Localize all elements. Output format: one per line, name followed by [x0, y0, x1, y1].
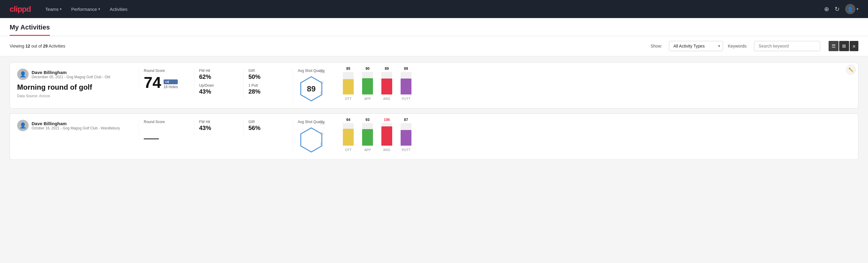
app-logo[interactable]: clippd — [10, 4, 31, 14]
stats-section: FW Hit 62% Up/Down 43% — [194, 68, 236, 98]
shot-quality-section: Avg Shot Quality 89 100 50 0 — [292, 68, 851, 102]
round-score-section: Round Score 74 +4 18 Holes — [138, 68, 187, 90]
search-input[interactable] — [754, 41, 820, 51]
bar2-ott-container — [343, 123, 354, 146]
fw-hit-label: FW Hit — [199, 68, 236, 73]
bar-arg-label: ARG — [383, 97, 391, 100]
gir-stat-2: GIR 56% — [248, 120, 285, 132]
bar-arg: 89 ARG — [381, 66, 392, 100]
bar-ott-fill — [343, 79, 354, 94]
activity-card-2: 👤 Dave Billingham October 16, 2021 - Gog… — [10, 113, 858, 160]
bar-putt-container — [401, 72, 411, 94]
fw-hit-label-2: FW Hit — [199, 120, 236, 124]
updown-stat: Up/Down 43% — [199, 83, 236, 95]
bar-putt: 89 PUTT — [401, 66, 411, 100]
main-content: 👤 Dave Billingham December 05, 2021 - Go… — [0, 56, 868, 171]
score-value: 74 — [144, 75, 161, 90]
y-axis: 100 50 0 — [320, 70, 325, 94]
bar-app-fill — [362, 78, 373, 94]
bar-ott-container — [343, 72, 354, 94]
gir-value: 50% — [248, 74, 285, 80]
fw-hit-stat-2: FW Hit 43% — [199, 120, 236, 132]
bar2-putt-label: PUTT — [402, 148, 410, 152]
bar-chart-wrapper-2: 100 50 0 94 OTT 93 — [331, 122, 411, 152]
round-score-label: Round Score — [144, 68, 187, 73]
bar-app-container — [362, 72, 373, 94]
page-title: My Activities — [10, 18, 50, 36]
user-date: December 05, 2021 - Gog Magog Golf Club … — [32, 75, 110, 79]
page-header: My Activities — [0, 18, 868, 36]
bar-putt-value: 89 — [404, 66, 408, 71]
bar-ott: 85 OTT — [343, 66, 354, 100]
bar-app-label: APP — [364, 97, 371, 100]
gir-stat: GIR 50% — [248, 68, 285, 80]
card-info-2: 👤 Dave Billingham October 16, 2021 - Gog… — [17, 120, 131, 134]
bar2-arg-label: ARG — [383, 148, 391, 152]
nav-performance[interactable]: Performance ▾ — [71, 4, 100, 14]
bar-putt-label: PUTT — [402, 97, 410, 100]
bar2-putt-value: 87 — [404, 118, 408, 122]
user-info-2: Dave Billingham October 16, 2021 - Gog M… — [32, 121, 120, 130]
oneputt-label: 1 Putt — [248, 83, 285, 88]
bar2-ott: 94 OTT — [343, 118, 354, 152]
bar2-arg-value: 106 — [384, 118, 390, 122]
bar2-arg-container — [381, 123, 392, 146]
bar2-putt: 87 PUTT — [401, 118, 411, 152]
round-score-label-2: Round Score — [144, 120, 187, 124]
user-menu[interactable]: 👤 ▾ — [845, 4, 858, 14]
gir-label-2: GIR — [248, 120, 285, 124]
show-label: Show: — [651, 43, 662, 49]
user-row-2: 👤 Dave Billingham October 16, 2021 - Gog… — [17, 120, 131, 131]
oneputt-value: 28% — [248, 88, 285, 95]
avatar: 👤 — [17, 68, 29, 80]
edit-button[interactable]: ✏️ — [846, 65, 856, 75]
user-date-2: October 16, 2021 - Gog Magog Golf Club -… — [32, 126, 120, 130]
nav-activities[interactable]: Activities — [110, 4, 127, 14]
fw-hit-stat: FW Hit 62% — [199, 68, 236, 80]
score-meta: +4 18 Holes — [164, 80, 178, 90]
bar2-ott-value: 94 — [346, 118, 350, 122]
nav-teams[interactable]: Teams ▾ — [45, 4, 62, 14]
card-info: 👤 Dave Billingham December 05, 2021 - Go… — [17, 68, 131, 98]
bar2-app-container — [362, 123, 373, 146]
add-icon[interactable]: ⊕ — [824, 5, 829, 12]
bar-app: 90 APP — [362, 66, 373, 100]
data-source: Data Source: Arccos — [17, 94, 131, 98]
activity-title: Morning round of golf — [17, 83, 131, 91]
refresh-icon[interactable]: ↻ — [835, 5, 840, 12]
fw-hit-value-2: 43% — [199, 124, 236, 132]
compact-view-button[interactable]: ≡ — [850, 41, 858, 51]
gir-value-2: 56% — [248, 124, 285, 132]
bar2-arg: 106 ARG — [381, 118, 392, 152]
score-holes: 18 Holes — [164, 85, 178, 89]
user-name: Dave Billingham — [32, 70, 110, 75]
bar2-arg-fill — [381, 126, 392, 146]
bar-app-value: 90 — [365, 66, 369, 71]
bar-putt-fill — [401, 79, 411, 94]
keywords-label: Keywords: — [728, 43, 747, 49]
list-view-button[interactable]: ☰ — [829, 41, 839, 51]
activity-type-select[interactable]: All Activity Types — [669, 41, 723, 51]
score-value-2 — [144, 126, 159, 139]
user-name-2: Dave Billingham — [32, 121, 120, 126]
grid-view-button[interactable]: ⊞ — [839, 41, 849, 51]
bar2-ott-fill — [343, 129, 354, 146]
bar2-app-fill — [362, 129, 373, 146]
gir-label: GIR — [248, 68, 285, 73]
updown-value: 43% — [199, 88, 236, 95]
activity-card: 👤 Dave Billingham December 05, 2021 - Go… — [10, 62, 858, 109]
filter-bar: Viewing 12 out of 29 Activities Show: Al… — [0, 36, 868, 56]
user-row: 👤 Dave Billingham December 05, 2021 - Go… — [17, 68, 131, 80]
avatar-2: 👤 — [17, 120, 29, 131]
y-axis-2: 100 50 0 — [320, 122, 325, 146]
score-row: 74 +4 18 Holes — [144, 75, 187, 90]
round-score-section-2: Round Score — [138, 120, 187, 139]
bar-chart: 85 OTT 90 APP — [343, 70, 411, 100]
user-info: Dave Billingham December 05, 2021 - Gog … — [32, 70, 110, 79]
bar2-app-value: 93 — [365, 118, 369, 122]
viewing-count: Viewing 12 out of 29 Activities — [10, 43, 65, 49]
gir-stats-section-2: GIR 56% — [243, 120, 285, 135]
bar2-putt-container — [401, 123, 411, 146]
bar2-putt-fill — [401, 130, 411, 146]
bar2-app: 93 APP — [362, 118, 373, 152]
